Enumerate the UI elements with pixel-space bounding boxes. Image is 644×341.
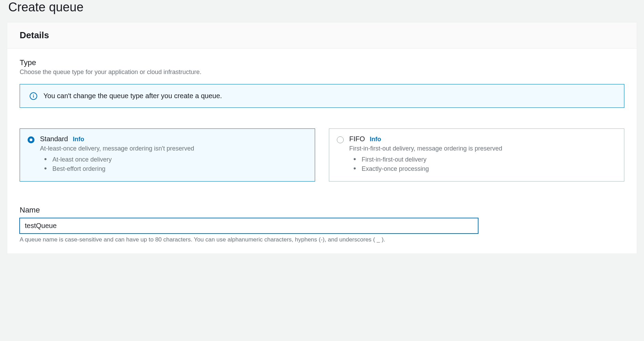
name-label: Name [20,206,624,215]
tile-bullet: First-in-first-out delivery [353,155,616,164]
page-title: Create queue [8,0,636,14]
tile-bullet-list: At-least once delivery Best-effort order… [40,155,307,174]
details-panel-body: Type Choose the queue type for your appl… [7,49,637,254]
tile-bullet-list: First-in-first-out delivery Exactly-once… [349,155,616,174]
tile-content: Standard Info At-least-once delivery, me… [40,135,307,174]
tile-description: First-in-first-out delivery, message ord… [349,145,616,152]
tile-title: Standard [40,135,68,143]
tile-bullet: At-least once delivery [44,155,307,164]
details-panel-header: Details [7,22,637,49]
radio-standard[interactable] [28,136,34,143]
info-banner-text: You can't change the queue type after yo… [43,92,222,100]
type-description: Choose the queue type for your applicati… [20,69,624,76]
name-help-text: A queue name is case-sensitive and can h… [20,236,624,243]
info-link-standard[interactable]: Info [73,136,84,143]
tile-title: FIFO [349,135,365,143]
queue-type-tile-standard[interactable]: Standard Info At-least-once delivery, me… [20,128,315,182]
tile-bullet: Best-effort ordering [44,164,307,174]
tile-bullet: Exactly-once processing [353,164,616,174]
info-link-fifo[interactable]: Info [370,136,381,143]
queue-name-input[interactable] [20,218,478,234]
page-header: Create queue [0,0,644,22]
type-label: Type [20,58,624,67]
radio-fifo[interactable] [337,136,344,143]
tile-title-row: FIFO Info [349,135,616,143]
details-panel: Details Type Choose the queue type for y… [7,22,637,254]
queue-type-tiles: Standard Info At-least-once delivery, me… [20,128,624,182]
tile-title-row: Standard Info [40,135,307,143]
tile-description: At-least-once delivery, message ordering… [40,145,307,152]
details-heading: Details [20,30,624,41]
info-icon: i [30,92,37,100]
type-info-banner: i You can't change the queue type after … [20,84,624,108]
queue-type-tile-fifo[interactable]: FIFO Info First-in-first-out delivery, m… [329,128,624,182]
tile-content: FIFO Info First-in-first-out delivery, m… [349,135,616,174]
